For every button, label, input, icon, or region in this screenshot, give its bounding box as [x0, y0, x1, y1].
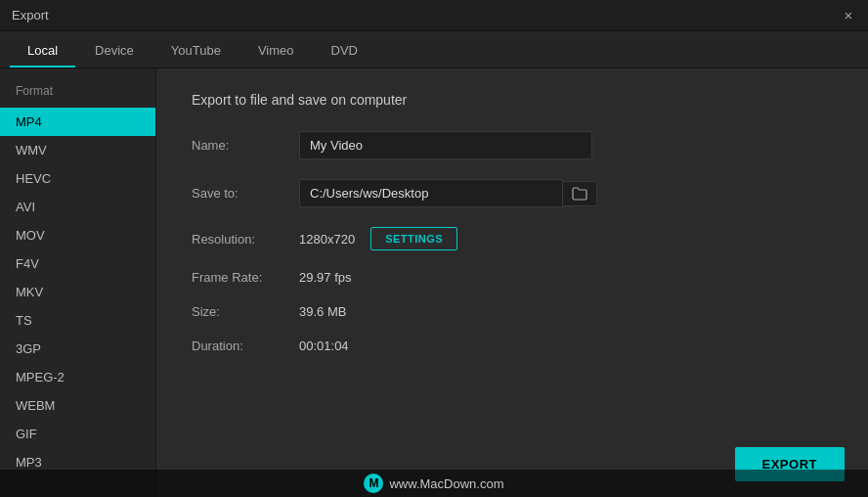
size-value: 39.6 MB [299, 304, 346, 319]
browse-folder-button[interactable] [563, 181, 597, 206]
sidebar-item-gif[interactable]: GIF [0, 420, 155, 448]
resolution-label: Resolution: [192, 232, 299, 247]
save-to-container [299, 179, 597, 207]
name-row: Name: [192, 131, 833, 159]
name-label: Name: [192, 138, 299, 153]
sidebar-item-mp3[interactable]: MP3 [0, 448, 155, 476]
size-row: Size: 39.6 MB [192, 304, 833, 319]
frame-rate-label: Frame Rate: [192, 270, 299, 285]
sidebar-item-mkv[interactable]: MKV [0, 278, 155, 306]
tab-device[interactable]: Device [77, 35, 152, 68]
tab-bar: Local Device YouTube Vimeo DVD [0, 31, 868, 68]
close-button[interactable]: × [841, 8, 856, 23]
export-button[interactable]: EXPORT [735, 447, 845, 481]
window-title: Export [12, 8, 49, 23]
name-input[interactable] [299, 131, 592, 159]
tab-vimeo[interactable]: Vimeo [240, 35, 312, 68]
frame-rate-row: Frame Rate: 29.97 fps [192, 270, 833, 285]
export-content: Export to file and save on computer Name… [156, 68, 868, 497]
sidebar-format-label: Format [0, 84, 155, 108]
save-to-row: Save to: [192, 179, 833, 207]
sidebar-item-ts[interactable]: TS [0, 306, 155, 335]
main-content: Format MP4 WMV HEVC AVI MOV F4V MKV TS 3… [0, 68, 868, 497]
tab-youtube[interactable]: YouTube [153, 35, 239, 68]
sidebar-item-f4v[interactable]: F4V [0, 249, 155, 278]
sidebar: Format MP4 WMV HEVC AVI MOV F4V MKV TS 3… [0, 68, 156, 497]
folder-icon [572, 187, 587, 201]
sidebar-item-avi[interactable]: AVI [0, 193, 155, 221]
tab-dvd[interactable]: DVD [314, 35, 375, 68]
title-bar: Export × [0, 0, 868, 31]
resolution-container: 1280x720 SETTINGS [299, 227, 457, 250]
save-to-input[interactable] [299, 179, 563, 207]
sidebar-item-webm[interactable]: WEBM [0, 391, 155, 420]
frame-rate-value: 29.97 fps [299, 270, 352, 285]
resolution-row: Resolution: 1280x720 SETTINGS [192, 227, 833, 250]
sidebar-item-wmv[interactable]: WMV [0, 136, 155, 164]
sidebar-item-mov[interactable]: MOV [0, 221, 155, 249]
duration-value: 00:01:04 [299, 339, 349, 353]
duration-row: Duration: 00:01:04 [192, 339, 833, 353]
sidebar-item-3gp[interactable]: 3GP [0, 335, 155, 363]
sidebar-item-mpeg2[interactable]: MPEG-2 [0, 363, 155, 391]
size-label: Size: [192, 304, 299, 319]
resolution-value: 1280x720 [299, 232, 355, 247]
content-heading: Export to file and save on computer [192, 92, 833, 108]
sidebar-item-mp4[interactable]: MP4 [0, 108, 155, 136]
duration-label: Duration: [192, 339, 299, 353]
save-to-label: Save to: [192, 186, 299, 201]
sidebar-item-hevc[interactable]: HEVC [0, 164, 155, 193]
tab-local[interactable]: Local [10, 35, 75, 68]
settings-button[interactable]: SETTINGS [370, 227, 457, 250]
